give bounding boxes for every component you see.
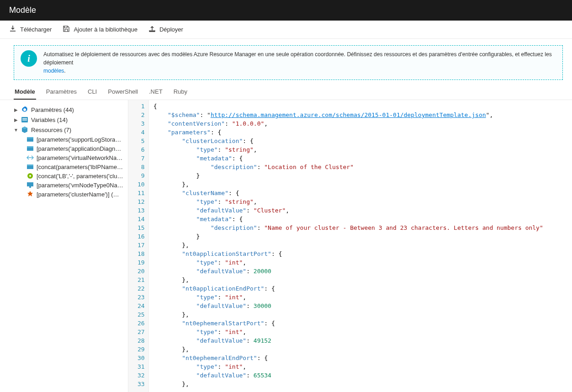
toolbar: Télécharger Ajouter à la bibliothèque Dé… [0, 21, 572, 39]
deploy-button[interactable]: Déployer [148, 25, 183, 34]
line-gutter: 1234567891011121314151617181920212223242… [128, 100, 149, 392]
tree-resource-item[interactable]: [parameters('clusterName')] (Micr... [26, 190, 123, 199]
gear-icon [21, 106, 28, 113]
download-button[interactable]: Télécharger [9, 25, 52, 34]
code-content: { "$schema": "http://schema.management.a… [149, 100, 548, 392]
loadbalancer-icon [26, 172, 34, 180]
svg-rect-9 [27, 164, 33, 166]
svg-rect-5 [27, 137, 33, 138]
caret-right-icon: ▶ [14, 117, 18, 122]
sidebar: ▶ Paramètres (44) ▶ Variables (14) ▼ Res… [0, 100, 128, 392]
svg-rect-2 [22, 118, 27, 119]
tab-cli[interactable]: CLI [87, 85, 98, 100]
download-label: Télécharger [20, 26, 52, 33]
svg-rect-0 [149, 31, 155, 32]
page-title: Modèle [0, 0, 572, 21]
info-icon: i [21, 50, 37, 67]
tree-resources[interactable]: ▼ Ressources (7) [14, 125, 123, 135]
network-icon [26, 154, 34, 161]
tab-modele[interactable]: Modèle [14, 85, 36, 100]
tree-parameters[interactable]: ▶ Paramètres (44) [14, 105, 123, 115]
svg-rect-12 [27, 182, 33, 186]
tree-resource-item[interactable]: [parameters('supportLogStorageA... [26, 135, 123, 144]
storage-icon [26, 136, 34, 143]
tree-resource-item[interactable]: [concat('LB','-', parameters('cluster... [26, 171, 123, 180]
svg-rect-7 [27, 146, 33, 148]
deploy-icon [148, 25, 156, 34]
tab-parametres[interactable]: Paramètres [45, 85, 78, 100]
info-link[interactable]: modèles [43, 68, 64, 74]
tab-powershell[interactable]: PowerShell [107, 85, 139, 100]
caret-down-icon: ▼ [14, 127, 18, 132]
tree-variables[interactable]: ▶ Variables (14) [14, 115, 123, 125]
save-icon [63, 25, 70, 34]
tree-resource-item[interactable]: [concat(parameters('lbIPName'),'-',... [26, 162, 123, 171]
svg-rect-3 [22, 120, 27, 121]
tab-net[interactable]: .NET [148, 85, 164, 100]
storage-icon [26, 145, 34, 152]
download-icon [9, 25, 16, 34]
ip-icon [26, 163, 34, 170]
add-library-label: Ajouter à la bibliothèque [74, 26, 138, 33]
tree-resource-item[interactable]: [parameters('virtualNetworkName'... [26, 153, 123, 162]
tree-resource-item[interactable]: [parameters('vmNodeType0Name'... [26, 180, 123, 190]
svg-point-11 [29, 175, 31, 177]
tree-resource-item[interactable]: [parameters('applicationDiagnosti... [26, 144, 123, 153]
vm-icon [26, 181, 34, 189]
info-text: Automatisez le déploiement de ressources… [43, 50, 556, 75]
tab-ruby[interactable]: Ruby [173, 85, 188, 100]
info-banner: i Automatisez le déploiement de ressourc… [14, 45, 563, 80]
deploy-label: Déployer [159, 26, 183, 33]
svg-rect-13 [29, 186, 31, 188]
cube-icon [21, 126, 28, 133]
variables-icon [21, 116, 28, 123]
add-library-button[interactable]: Ajouter à la bibliothèque [63, 25, 138, 34]
cluster-icon [26, 191, 34, 198]
caret-right-icon: ▶ [14, 107, 18, 112]
tabs: Modèle Paramètres CLI PowerShell .NET Ru… [0, 85, 572, 100]
code-editor[interactable]: 1234567891011121314151617181920212223242… [128, 100, 572, 392]
